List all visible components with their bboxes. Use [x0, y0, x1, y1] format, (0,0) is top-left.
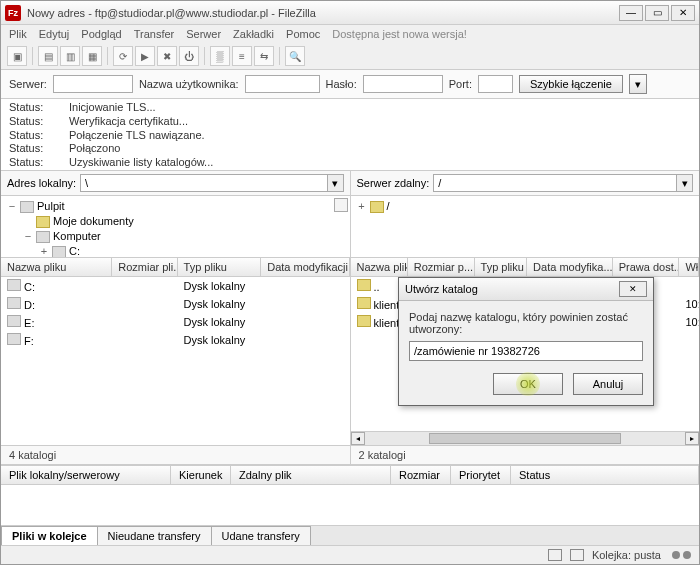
local-tree[interactable]: −Pulpit Moje dokumenty −Komputer +C: [1, 196, 350, 258]
folder-icon [370, 201, 384, 213]
cancel-icon[interactable]: ✖ [157, 46, 177, 66]
local-pane: Adres lokalny: ▾ −Pulpit Moje dokumenty … [1, 171, 351, 464]
user-input[interactable] [245, 75, 320, 93]
dialog-close-button[interactable]: ✕ [619, 281, 647, 297]
computer-icon [36, 231, 50, 243]
menu-zakladki[interactable]: Zakładki [233, 28, 274, 40]
window-title: Nowy adres - ftp@studiodar.pl@www.studio… [27, 7, 619, 19]
drive-icon [7, 297, 21, 309]
folder-icon [357, 297, 371, 309]
menubar: Plik Edytuj Podgląd Transfer Serwer Zakł… [1, 25, 699, 43]
drive-icon [7, 279, 21, 291]
list-item: D:Dysk lokalny [1, 295, 350, 313]
find-icon[interactable]: 🔍 [285, 46, 305, 66]
directory-name-input[interactable] [409, 341, 643, 361]
app-logo-icon: Fz [5, 5, 21, 21]
menu-transfer[interactable]: Transfer [134, 28, 175, 40]
remote-list-header[interactable]: Nazwa pliku Rozmiar p... Typ pliku Data … [351, 258, 700, 277]
tab-failed-transfers[interactable]: Nieudane transfery [97, 526, 212, 545]
menu-edytuj[interactable]: Edytuj [39, 28, 70, 40]
host-input[interactable] [53, 75, 133, 93]
menu-pomoc[interactable]: Pomoc [286, 28, 320, 40]
local-path-dropdown[interactable]: ▾ [328, 174, 344, 192]
list-item: F:Dysk lokalny [1, 331, 350, 349]
quick-connect-button[interactable]: Szybkie łączenie [519, 75, 623, 93]
port-input[interactable] [478, 75, 513, 93]
local-path-input[interactable] [80, 174, 327, 192]
desktop-icon [20, 201, 34, 213]
remote-path-input[interactable] [433, 174, 677, 192]
dialog-message: Podaj nazwę katalogu, który powinien zos… [409, 311, 643, 335]
remote-path-dropdown[interactable]: ▾ [677, 174, 693, 192]
queue-status: Kolejka: pusta [592, 549, 661, 561]
remote-tree[interactable]: +/ [351, 196, 700, 258]
list-item: E:Dysk lokalny [1, 313, 350, 331]
user-label: Nazwa użytkownika: [139, 78, 239, 90]
toggle-queue-icon[interactable]: ▦ [82, 46, 102, 66]
speed-icon[interactable] [570, 549, 584, 561]
lock-icon[interactable] [548, 549, 562, 561]
folder-icon [36, 216, 50, 228]
toolbar: ▣ ▤ ▥ ▦ ⟳ ▶ ✖ ⏻ ▒ ≡ ⇆ 🔍 [1, 43, 699, 70]
queue-tabs: Pliki w kolejce Nieudane transfery Udane… [1, 525, 699, 545]
toggle-log-icon[interactable]: ▤ [38, 46, 58, 66]
scroll-right-icon[interactable]: ▸ [685, 432, 699, 445]
folder-up-icon [357, 279, 371, 291]
local-list[interactable]: C:Dysk lokalny D:Dysk lokalny E:Dysk lok… [1, 277, 350, 445]
drive-icon [52, 246, 66, 258]
create-directory-dialog: Utwórz katalog ✕ Podaj nazwę katalogu, k… [398, 277, 654, 406]
site-manager-icon[interactable]: ▣ [7, 46, 27, 66]
menu-podglad[interactable]: Podgląd [81, 28, 121, 40]
filter-icon[interactable]: ▒ [210, 46, 230, 66]
cancel-button[interactable]: Anuluj [573, 373, 643, 395]
drive-icon [7, 315, 21, 327]
folder-icon [357, 315, 371, 327]
menu-plik[interactable]: Plik [9, 28, 27, 40]
dialog-title: Utwórz katalog [405, 283, 619, 295]
disconnect-icon[interactable]: ⏻ [179, 46, 199, 66]
compare-icon[interactable]: ≡ [232, 46, 252, 66]
queue-header[interactable]: Plik lokalny/serwerowy Kierunek Zdalny p… [1, 465, 699, 485]
ok-button[interactable]: OK [493, 373, 563, 395]
scroll-left-icon[interactable]: ◂ [351, 432, 365, 445]
quick-connect-bar: Serwer: Nazwa użytkownika: Hasło: Port: … [1, 70, 699, 99]
local-list-header[interactable]: Nazwa pliku Rozmiar pli... Typ pliku Dat… [1, 258, 350, 277]
pass-input[interactable] [363, 75, 443, 93]
tab-queued-files[interactable]: Pliki w kolejce [1, 526, 98, 545]
menu-serwer[interactable]: Serwer [186, 28, 221, 40]
quick-connect-dropdown[interactable]: ▾ [629, 74, 647, 94]
local-path-label: Adres lokalny: [7, 177, 76, 189]
list-item: C:Dysk lokalny [1, 277, 350, 295]
minimize-button[interactable]: — [619, 5, 643, 21]
statusbar: Kolejka: pusta [1, 545, 699, 564]
remote-path-label: Serwer zdalny: [357, 177, 430, 189]
maximize-button[interactable]: ▭ [645, 5, 669, 21]
titlebar: Fz Nowy adres - ftp@studiodar.pl@www.stu… [1, 1, 699, 25]
close-button[interactable]: ✕ [671, 5, 695, 21]
log-panel: Status:Inicjowanie TLS... Status:Weryfik… [1, 99, 699, 171]
scroll-box-icon[interactable] [334, 198, 348, 212]
activity-indicator [669, 549, 691, 561]
tab-successful-transfers[interactable]: Udane transfery [211, 526, 311, 545]
remote-summary: 2 katalogi [351, 445, 700, 464]
host-label: Serwer: [9, 78, 47, 90]
refresh-icon[interactable]: ⟳ [113, 46, 133, 66]
sync-browse-icon[interactable]: ⇆ [254, 46, 274, 66]
queue-body[interactable] [1, 485, 699, 525]
update-notice[interactable]: Dostępna jest nowa wersja! [332, 28, 467, 40]
port-label: Port: [449, 78, 472, 90]
drive-icon [7, 333, 21, 345]
toggle-tree-icon[interactable]: ▥ [60, 46, 80, 66]
remote-hscroll[interactable]: ◂ ▸ [351, 431, 700, 445]
local-summary: 4 katalogi [1, 445, 350, 464]
pass-label: Hasło: [326, 78, 357, 90]
process-queue-icon[interactable]: ▶ [135, 46, 155, 66]
